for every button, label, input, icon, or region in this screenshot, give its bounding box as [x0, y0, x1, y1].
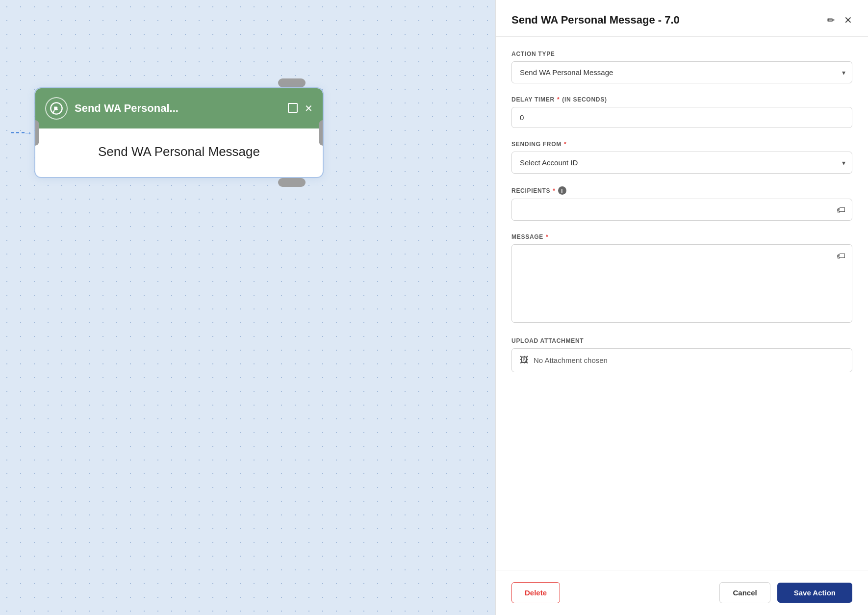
bottom-connector-handle[interactable]	[278, 178, 306, 187]
delay-timer-label: DELAY TIMER * (IN SECONDS)	[511, 96, 852, 103]
action-type-select[interactable]: Send WA Personal Message	[511, 61, 852, 83]
panel-body: ACTION TYPE Send WA Personal Message ▾ D…	[496, 37, 868, 570]
left-side-handle[interactable]	[34, 120, 39, 146]
node-body-text: Send WA Personal Message	[98, 144, 260, 159]
upload-attachment-group: UPLOAD ATTACHMENT 🖼 No Attachment chosen	[511, 337, 852, 372]
node-header: Send WA Personal... ✕	[35, 88, 323, 128]
panel-title: Send WA Personal Message - 7.0	[511, 14, 680, 26]
footer-right: Cancel Save Action	[719, 582, 852, 603]
left-connector: →	[11, 128, 32, 138]
node-title: Send WA Personal...	[75, 102, 179, 115]
close-icon-btn[interactable]: ✕	[844, 14, 852, 26]
sending-from-required: *	[564, 141, 566, 148]
node-square-btn[interactable]	[288, 103, 298, 114]
dashed-line	[11, 132, 25, 133]
node-icon	[45, 97, 68, 120]
recipients-tag-icon[interactable]: 🏷	[837, 205, 845, 215]
node-header-right: ✕	[288, 103, 313, 114]
upload-attachment-label: UPLOAD ATTACHMENT	[511, 337, 852, 344]
recipients-info-icon[interactable]: i	[558, 186, 566, 195]
message-label: MESSAGE *	[511, 233, 852, 240]
right-side-handle[interactable]	[319, 120, 324, 146]
recipients-input-wrapper: 🏷	[511, 199, 852, 221]
action-type-group: ACTION TYPE Send WA Personal Message ▾	[511, 51, 852, 83]
right-panel: Send WA Personal Message - 7.0 ✏ ✕ ACTIO…	[495, 0, 868, 615]
upload-icon: 🖼	[520, 355, 529, 365]
message-required: *	[546, 233, 548, 240]
cancel-button[interactable]: Cancel	[719, 582, 770, 603]
delay-timer-input[interactable]	[511, 107, 852, 128]
action-type-select-wrapper: Send WA Personal Message ▾	[511, 61, 852, 83]
canvas-area: → Send WA Pers	[0, 0, 495, 615]
sending-from-group: SENDING FROM * Select Account ID ▾	[511, 141, 852, 174]
arrow-icon: →	[24, 128, 32, 138]
node-close-btn[interactable]: ✕	[305, 103, 313, 113]
panel-header-icons: ✏ ✕	[827, 14, 852, 26]
recipients-label: RECIPIENTS * i	[511, 186, 852, 195]
delete-button[interactable]: Delete	[511, 582, 560, 603]
upload-attachment-field[interactable]: 🖼 No Attachment chosen	[511, 348, 852, 372]
recipients-required: *	[553, 187, 555, 194]
delay-timer-group: DELAY TIMER * (IN SECONDS)	[511, 96, 852, 128]
panel-footer: Delete Cancel Save Action	[496, 570, 868, 615]
delay-timer-required: *	[557, 96, 560, 103]
message-textarea-wrapper: 🏷	[511, 244, 852, 325]
node-header-left: Send WA Personal...	[45, 97, 179, 120]
upload-attachment-placeholder: No Attachment chosen	[534, 356, 608, 364]
node-body: Send WA Personal Message	[35, 128, 323, 177]
save-action-button[interactable]: Save Action	[777, 583, 852, 603]
panel-header: Send WA Personal Message - 7.0 ✏ ✕	[496, 0, 868, 37]
recipients-group: RECIPIENTS * i 🏷	[511, 186, 852, 221]
recipients-input[interactable]	[511, 199, 852, 221]
message-tag-icon[interactable]: 🏷	[837, 251, 845, 261]
node-card: Send WA Personal... ✕ Send WA Personal M…	[34, 87, 324, 178]
action-type-label: ACTION TYPE	[511, 51, 852, 57]
square-icon	[288, 103, 298, 113]
sending-from-select[interactable]: Select Account ID	[511, 152, 852, 174]
message-textarea[interactable]	[511, 244, 852, 323]
node-wrapper: → Send WA Pers	[34, 78, 324, 187]
message-group: MESSAGE * 🏷	[511, 233, 852, 325]
top-connector-handle[interactable]	[278, 78, 306, 87]
sending-from-label: SENDING FROM *	[511, 141, 852, 148]
sending-from-select-wrapper: Select Account ID ▾	[511, 152, 852, 174]
edit-icon-btn[interactable]: ✏	[827, 14, 835, 26]
